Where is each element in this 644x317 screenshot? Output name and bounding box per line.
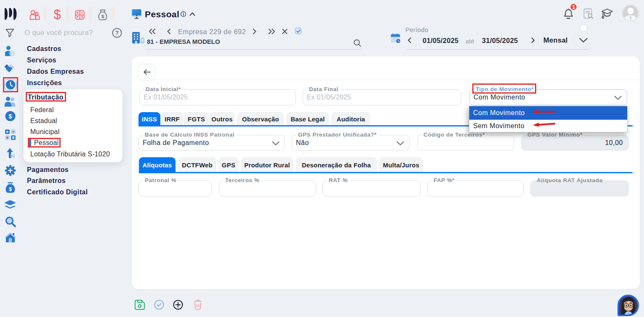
svg-text:?: ? [115, 30, 119, 36]
svg-text:$: $ [8, 113, 12, 120]
svg-text:$: $ [9, 186, 12, 192]
svg-text:$: $ [101, 14, 104, 19]
